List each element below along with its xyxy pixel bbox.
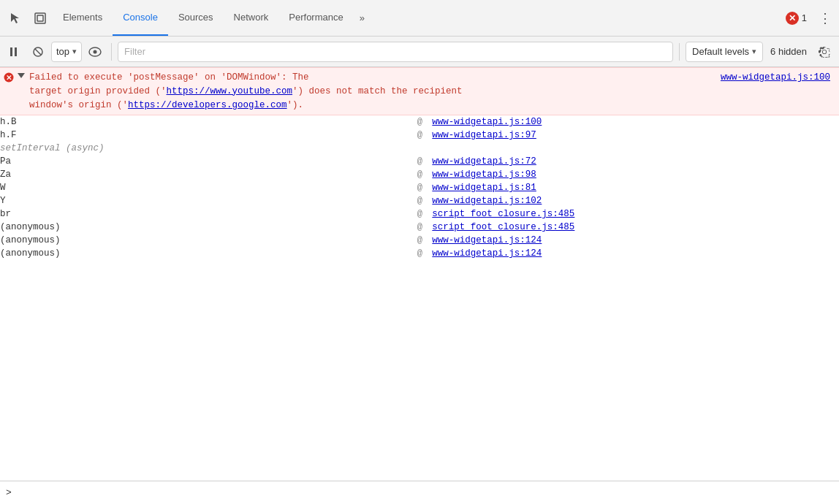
console-input[interactable] [18,487,833,498]
block-button[interactable] [28,42,48,62]
stack-link-anon2[interactable]: www-widgetapi.js:124 [432,235,542,245]
svg-rect-2 [10,47,12,56]
top-toolbar: Elements Console Sources Network Perform… [0,0,839,37]
stack-frame-hB: h.B @ www-widgetapi.js:100 [0,115,839,129]
tab-performance[interactable]: Performance [278,0,353,36]
svg-point-7 [94,50,97,53]
toolbar-divider [111,43,112,61]
error-toggle[interactable] [18,71,29,78]
context-chevron-icon: ▾ [72,47,77,56]
stack-link-hB[interactable]: www-widgetapi.js:100 [432,117,542,127]
stack-frame-Pa: Pa @ www-widgetapi.js:72 [0,155,839,168]
stack-fn-Pa: Pa [0,155,417,168]
stack-link-br[interactable]: script_foot_closure.js:485 [432,209,574,219]
stack-frame-br: br @ script_foot_closure.js:485 [0,207,839,221]
error-icon-col: ✕ [0,71,18,83]
svg-text:✕: ✕ [6,74,12,82]
cursor-icon-btn[interactable] [3,6,28,31]
svg-rect-1 [37,15,43,21]
stack-link-anon1[interactable]: script_foot_closure.js:485 [432,222,574,232]
stack-link-Za[interactable]: www-widgetapi.js:98 [432,169,536,180]
tab-elements[interactable]: Elements [53,0,113,36]
tab-list: Elements Console Sources Network Perform… [53,0,775,36]
stack-link-anon3[interactable]: www-widgetapi.js:124 [432,248,542,259]
stack-link-Y[interactable]: www-widgetapi.js:102 [432,196,542,206]
error-source-file: www-widgetapi.js:100 [721,71,839,83]
levels-chevron-icon: ▾ [752,47,756,56]
error-badge[interactable]: ✕ 1 [781,12,811,25]
stack-fn-hF: h.F [0,129,417,142]
stack-frame-W: W @ www-widgetapi.js:81 [0,181,839,194]
second-toolbar: top ▾ Default levels ▾ 6 hidden [0,37,839,67]
stack-fn-Za: Za [0,168,417,181]
error-message-text: Failed to execute 'postMessage' on 'DOMW… [29,71,721,112]
stack-fn-W: W [0,181,417,194]
stack-frame-anon1: (anonymous) @ script_foot_closure.js:485 [0,221,839,234]
error-icon: ✕ [4,72,14,83]
console-input-row: > [0,481,839,504]
stack-fn-Y: Y [0,194,417,207]
google-url-link[interactable]: https://developers.google.com [128,100,287,110]
error-message-row: ✕ Failed to execute 'postMessage' on 'DO… [0,67,839,115]
svg-rect-0 [35,13,45,23]
stack-frame-hF: h.F @ www-widgetapi.js:97 [0,129,839,142]
svg-line-5 [35,49,41,55]
stack-frame-setinterval: setInterval (async) [0,142,839,155]
stack-frame-Y: Y @ www-widgetapi.js:102 [0,194,839,207]
tab-network[interactable]: Network [224,0,279,36]
filter-input[interactable] [118,42,673,62]
stack-fn-hB: h.B [0,115,417,129]
inspect-icon-btn[interactable] [28,6,53,31]
tab-console[interactable]: Console [113,0,168,36]
stack-link-Pa[interactable]: www-widgetapi.js:72 [432,156,536,167]
more-tabs-button[interactable]: » [354,0,371,36]
error-source-link[interactable]: www-widgetapi.js:100 [721,72,830,83]
stack-frame-Za: Za @ www-widgetapi.js:98 [0,168,839,181]
expand-triangle-icon[interactable] [18,73,25,78]
stack-fn-br: br [0,207,417,221]
stack-link-hF[interactable]: www-widgetapi.js:97 [432,130,536,140]
stack-fn-anon2: (anonymous) [0,234,417,247]
play-button[interactable] [4,42,25,62]
context-select[interactable]: top ▾ [51,42,82,62]
stack-trace-table: h.B @ www-widgetapi.js:100 h.F @ www-wid… [0,115,839,260]
stack-frame-anon3: (anonymous) @ www-widgetapi.js:124 [0,247,839,260]
stack-async-label: setInterval (async) [0,142,839,155]
settings-button[interactable] [814,42,835,62]
console-content: ✕ Failed to execute 'postMessage' on 'DO… [0,67,839,481]
stack-fn-anon1: (anonymous) [0,221,417,234]
youtube-url-link[interactable]: https://www.youtube.com [167,86,293,96]
stack-link-W[interactable]: www-widgetapi.js:81 [432,183,536,193]
svg-rect-3 [15,47,17,56]
toolbar-divider2 [679,43,680,61]
eye-button[interactable] [85,42,105,62]
hidden-count-label: 6 hidden [766,46,811,57]
prompt-symbol: > [6,487,12,498]
tab-sources[interactable]: Sources [168,0,224,36]
stack-fn-anon3: (anonymous) [0,247,417,260]
error-circle-icon: ✕ [786,12,799,25]
stack-frame-anon2: (anonymous) @ www-widgetapi.js:124 [0,234,839,247]
levels-dropdown[interactable]: Default levels ▾ [686,42,763,62]
kebab-menu-button[interactable]: ⋮ [814,7,836,29]
